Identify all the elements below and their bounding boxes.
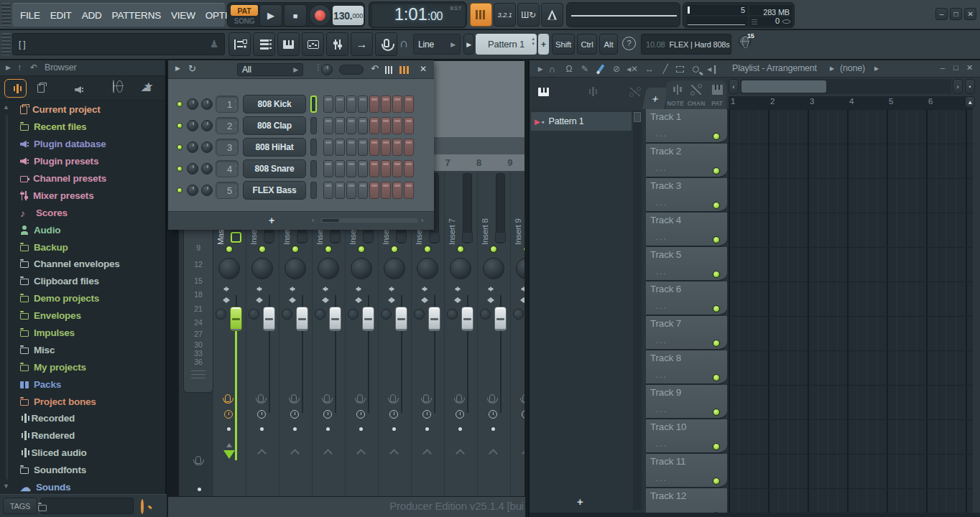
metronome-button[interactable] xyxy=(541,3,563,27)
mixer-pan-knob[interactable] xyxy=(450,258,471,279)
track-sub-0[interactable]: ... xyxy=(656,129,667,139)
pattern-menu-button[interactable]: ▶ xyxy=(463,34,474,55)
search-input[interactable] xyxy=(40,498,134,514)
mixer-slot[interactable] xyxy=(330,232,341,243)
smart-find-icon[interactable]: ? xyxy=(622,37,636,50)
picker-tab-2[interactable]: PAT xyxy=(708,83,726,109)
playlist-track-header-9[interactable]: Track 10 ... xyxy=(646,419,727,454)
monitor-headphones-icon[interactable]: ∩ xyxy=(399,37,408,51)
channel-pan-knob-2[interactable] xyxy=(187,141,198,153)
rack-scrollbar[interactable] xyxy=(320,218,418,223)
track-sub-5[interactable]: ... xyxy=(656,301,667,311)
mixer-mute-led[interactable] xyxy=(358,246,365,253)
latency-clock-icon[interactable] xyxy=(224,410,233,419)
step-button[interactable] xyxy=(392,117,402,134)
channel-volume-knob-3[interactable] xyxy=(201,163,213,174)
playlist-track-header-4[interactable]: Track 5 ... xyxy=(646,247,727,281)
browser-scroll-up-icon[interactable]: ▲ xyxy=(3,103,9,111)
browser-tab-favorites[interactable]: ★ xyxy=(144,80,153,93)
channel-enable-led-2[interactable] xyxy=(177,144,182,150)
toolbar-grip-2[interactable] xyxy=(1,33,11,55)
mixer-small-knob[interactable] xyxy=(315,309,325,320)
track-sub-9[interactable]: ... xyxy=(656,439,667,449)
scroll-right-button[interactable]: › xyxy=(953,79,963,94)
mixer-small-knob[interactable] xyxy=(348,309,359,320)
record-arm-icon[interactable] xyxy=(357,394,363,402)
step-button[interactable] xyxy=(369,160,379,177)
channel-pan-knob-1[interactable] xyxy=(187,120,198,131)
playlist-maximize-icon[interactable]: □ xyxy=(953,63,958,72)
picker-tab-0[interactable]: NOTE xyxy=(667,83,685,109)
toolbar-grip[interactable] xyxy=(1,3,11,27)
track-led-3[interactable] xyxy=(713,236,720,243)
mixer-mute-led[interactable] xyxy=(292,246,299,253)
step-button[interactable] xyxy=(392,139,402,156)
add-channel-button[interactable]: + xyxy=(269,215,274,226)
volume-fader[interactable] xyxy=(461,307,473,331)
touch-controller-button[interactable]: → xyxy=(351,32,373,56)
song-mode-label[interactable]: SONG xyxy=(231,17,258,25)
record-arm-icon[interactable] xyxy=(423,394,429,402)
mute-icon[interactable]: ◂✕ xyxy=(626,63,639,75)
step-button[interactable] xyxy=(404,182,414,199)
piano-roll-toggle-button[interactable] xyxy=(277,32,300,56)
pattern-spinner[interactable]: ▲▼ xyxy=(531,37,535,47)
channel-enable-led-1[interactable] xyxy=(177,123,182,129)
step-button[interactable] xyxy=(392,96,402,113)
browser-item-20[interactable]: Sliced audio xyxy=(20,444,164,462)
latency-clock-icon[interactable] xyxy=(257,410,266,419)
track-sub-7[interactable]: ... xyxy=(656,370,667,380)
channel-enable-led-0[interactable] xyxy=(177,101,182,107)
step-button[interactable] xyxy=(323,160,333,177)
mixer-mute-led[interactable] xyxy=(523,246,525,253)
browser-item-14[interactable]: Misc xyxy=(20,341,164,358)
browser-item-7[interactable]: Audio xyxy=(20,221,164,238)
playback-icon[interactable]: ◂❙ xyxy=(706,63,719,75)
channel-enable-led-3[interactable] xyxy=(177,166,182,172)
mixer-mute-led[interactable] xyxy=(490,246,497,253)
track-sub-4[interactable]: ... xyxy=(656,266,667,276)
mixer-small-knob[interactable] xyxy=(447,309,458,320)
track-led-0[interactable] xyxy=(713,133,720,140)
stereo-sep-arrows-icon[interactable] xyxy=(353,284,364,292)
step-button[interactable] xyxy=(404,160,414,177)
master-volume-fader[interactable] xyxy=(230,307,242,331)
mixer-mute-led[interactable] xyxy=(259,246,266,253)
picker-patterns-icon[interactable] xyxy=(538,88,549,96)
mixer-small-knob[interactable] xyxy=(216,309,226,320)
latency-clock-icon[interactable] xyxy=(422,410,431,419)
track-sub-10[interactable]: ... xyxy=(656,473,667,483)
latency-clock-icon[interactable] xyxy=(323,410,332,419)
mixer-pan-knob[interactable] xyxy=(516,258,525,279)
browser-item-1[interactable]: Recent files xyxy=(20,118,164,136)
time-display[interactable]: 1:01:00 B:S:T xyxy=(372,4,465,27)
cpu-cell[interactable]: 5 xyxy=(686,5,748,15)
latency-clock-icon[interactable] xyxy=(356,410,365,419)
arrangement-name[interactable]: (none) xyxy=(840,63,865,73)
delete-icon[interactable]: ⊘ xyxy=(610,63,623,75)
browser-item-2[interactable]: Plugin database xyxy=(20,136,164,153)
browser-tab-files[interactable] xyxy=(37,84,45,93)
cpu-graph-cell[interactable] xyxy=(686,17,748,27)
browser-scroll-down-icon[interactable]: ▼ xyxy=(3,483,9,490)
step-button[interactable] xyxy=(346,160,356,177)
step-button[interactable] xyxy=(358,139,368,156)
channel-volume-knob-2[interactable] xyxy=(201,141,213,153)
volume-fader[interactable] xyxy=(362,307,374,331)
track-led-4[interactable] xyxy=(713,271,720,278)
channel-volume-knob-4[interactable] xyxy=(201,185,213,196)
mixer-small-knob[interactable] xyxy=(480,309,491,320)
pan-arrows-icon[interactable] xyxy=(254,297,265,305)
step-button[interactable] xyxy=(369,96,379,113)
folder-icon[interactable] xyxy=(38,505,47,511)
channel-name-button-0[interactable]: 808 Kick xyxy=(243,95,306,113)
playlist-scrollbar[interactable] xyxy=(740,79,951,94)
record-arm-icon[interactable] xyxy=(489,394,495,402)
channel-number-badge-4[interactable]: 5 xyxy=(216,182,239,199)
playlist-track-header-11[interactable]: Track 12 ... xyxy=(646,488,727,513)
stereo-sep-arrows-icon[interactable] xyxy=(221,284,232,292)
track-sub-3[interactable]: ... xyxy=(656,232,667,242)
mixer-pan-knob[interactable] xyxy=(417,258,438,279)
channel-preview-0[interactable] xyxy=(310,96,317,113)
mixer-mute-led[interactable] xyxy=(391,246,398,253)
